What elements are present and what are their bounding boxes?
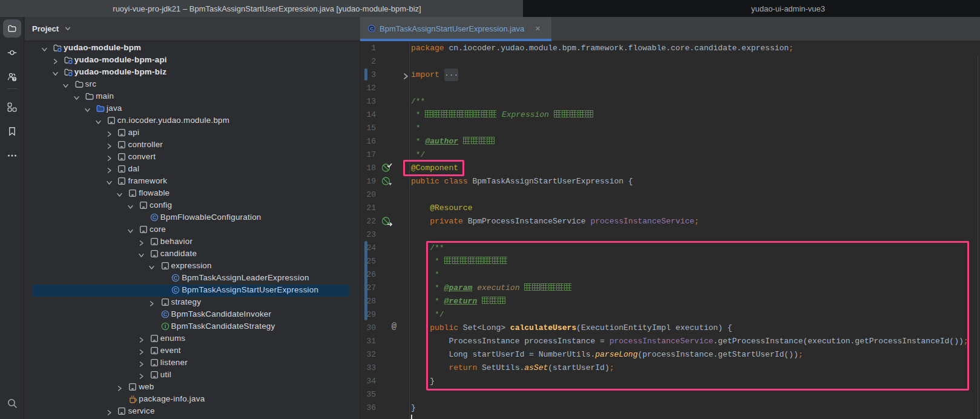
svg-text:C: C	[370, 26, 373, 31]
svg-text:C: C	[163, 311, 168, 317]
svg-text:C: C	[174, 275, 178, 281]
svg-text:?: ?	[13, 77, 16, 81]
svg-text:I: I	[165, 323, 166, 329]
svg-text:C: C	[174, 287, 178, 293]
svg-text:C: C	[153, 214, 157, 220]
